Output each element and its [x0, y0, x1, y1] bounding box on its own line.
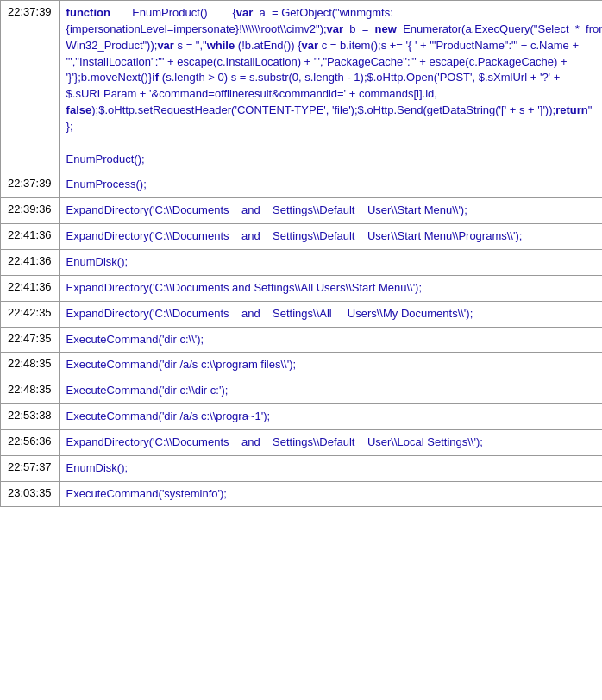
- content-cell: ExecuteCommand('systeminfo');: [59, 481, 602, 507]
- timestamp-cell: 22:48:35: [1, 378, 60, 404]
- table-row: 22:41:36EnumDisk();: [1, 249, 603, 275]
- table-row: 22:37:39EnumProcess();: [1, 172, 603, 198]
- timestamp-cell: 23:03:35: [1, 481, 60, 507]
- timestamp-cell: 22:41:36: [1, 224, 60, 250]
- timestamp-cell: 22:41:36: [1, 249, 60, 275]
- table-row: 22:39:36ExpandDirectory('C:\\Documents a…: [1, 198, 603, 224]
- table-row: 22:48:35ExecuteCommand('dir /a/s c:\\pro…: [1, 353, 603, 378]
- content-cell: ExecuteCommand('dir c:\\dir c:');: [59, 378, 602, 404]
- table-row: 23:03:35ExecuteCommand('systeminfo');: [1, 481, 603, 507]
- log-table: 22:37:39function EnumProduct() {var a = …: [0, 0, 602, 507]
- table-row: 22:41:36ExpandDirectory('C:\\Documents a…: [1, 275, 603, 301]
- content-cell: ExpandDirectory('C:\\Documents and Setti…: [59, 429, 602, 455]
- content-cell: ExecuteCommand('dir /a/s c:\\progra~1');: [59, 404, 602, 430]
- content-cell: ExecuteCommand('dir c:\\');: [59, 327, 602, 353]
- timestamp-cell: 22:39:36: [1, 198, 60, 224]
- timestamp-cell: 22:57:37: [1, 455, 60, 481]
- timestamp-cell: 22:37:39: [1, 1, 60, 172]
- table-row: 22:37:39function EnumProduct() {var a = …: [1, 1, 603, 172]
- timestamp-cell: 22:47:35: [1, 327, 60, 353]
- content-cell: ExpandDirectory('C:\\Documents and Setti…: [59, 275, 602, 301]
- table-row: 22:41:36ExpandDirectory('C:\\Documents a…: [1, 224, 603, 250]
- table-row: 22:56:36ExpandDirectory('C:\\Documents a…: [1, 429, 603, 455]
- timestamp-cell: 22:37:39: [1, 172, 60, 198]
- content-cell: EnumDisk();: [59, 249, 602, 275]
- timestamp-cell: 22:53:38: [1, 404, 60, 430]
- table-row: 22:47:35ExecuteCommand('dir c:\\');: [1, 327, 603, 353]
- content-cell: ExpandDirectory('C:\\Documents and Setti…: [59, 301, 602, 327]
- table-row: 22:48:35ExecuteCommand('dir c:\\dir c:')…: [1, 378, 603, 404]
- content-cell: EnumProcess();: [59, 172, 602, 198]
- timestamp-cell: 22:42:35: [1, 301, 60, 327]
- timestamp-cell: 22:41:36: [1, 275, 60, 301]
- content-cell: ExpandDirectory('C:\\Documents and Setti…: [59, 198, 602, 224]
- timestamp-cell: 22:56:36: [1, 429, 60, 455]
- table-row: 22:57:37EnumDisk();: [1, 455, 603, 481]
- timestamp-cell: 22:48:35: [1, 353, 60, 378]
- table-row: 22:42:35ExpandDirectory('C:\\Documents a…: [1, 301, 603, 327]
- content-cell: ExpandDirectory('C:\\Documents and Setti…: [59, 224, 602, 250]
- content-cell: function EnumProduct() {var a = GetObjec…: [59, 1, 602, 172]
- content-cell: ExecuteCommand('dir /a/s c:\\program fil…: [59, 353, 602, 378]
- table-row: 22:53:38ExecuteCommand('dir /a/s c:\\pro…: [1, 404, 603, 430]
- content-cell: EnumDisk();: [59, 455, 602, 481]
